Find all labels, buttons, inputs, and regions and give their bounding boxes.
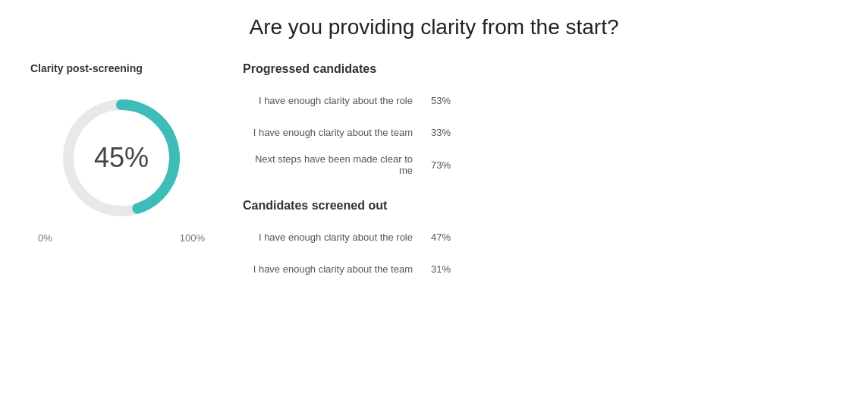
donut-chart: 45% bbox=[53, 90, 190, 226]
content-area: Clarity post-screening 45% 0% 100% Progr… bbox=[30, 62, 838, 302]
bar-track: 33% bbox=[425, 121, 838, 143]
bar-label: I have enough clarity about the role bbox=[243, 232, 425, 243]
bar-row: I have enough clarity about the role 53% bbox=[243, 90, 838, 111]
right-panel: Progressed candidates I have enough clar… bbox=[243, 62, 838, 302]
donut-label-end: 100% bbox=[180, 232, 205, 244]
progressed-section-title: Progressed candidates bbox=[243, 62, 838, 76]
bar-value: 73% bbox=[431, 159, 451, 171]
donut-label-start: 0% bbox=[38, 232, 52, 244]
bar-value: 47% bbox=[431, 232, 451, 243]
bar-label: I have enough clarity about the team bbox=[243, 263, 425, 275]
bar-row: I have enough clarity about the role 47% bbox=[243, 226, 838, 247]
bar-row: I have enough clarity about the team 33% bbox=[243, 121, 838, 143]
screened-out-section-title: Candidates screened out bbox=[243, 199, 838, 213]
bar-track: 73% bbox=[425, 154, 838, 175]
bar-row: I have enough clarity about the team 31% bbox=[243, 258, 838, 279]
bar-value: 33% bbox=[431, 127, 451, 138]
screened-out-section: Candidates screened out I have enough cl… bbox=[243, 199, 838, 279]
donut-labels: 0% 100% bbox=[30, 226, 212, 244]
progressed-section: Progressed candidates I have enough clar… bbox=[243, 62, 838, 176]
bar-track: 47% bbox=[425, 226, 838, 247]
page-title: Are you providing clarity from the start… bbox=[30, 15, 838, 39]
clarity-section-label: Clarity post-screening bbox=[30, 62, 212, 74]
bar-label: I have enough clarity about the team bbox=[243, 127, 425, 138]
donut-center-value: 45% bbox=[94, 142, 149, 174]
bar-value: 53% bbox=[431, 95, 451, 106]
bar-track: 53% bbox=[425, 90, 838, 111]
bar-row: Next steps have been made clear to me 73… bbox=[243, 153, 838, 176]
bar-track: 31% bbox=[425, 258, 838, 279]
bar-value: 31% bbox=[431, 263, 451, 275]
bar-label: Next steps have been made clear to me bbox=[243, 153, 425, 176]
left-panel: Clarity post-screening 45% 0% 100% bbox=[30, 62, 212, 244]
bar-label: I have enough clarity about the role bbox=[243, 95, 425, 106]
